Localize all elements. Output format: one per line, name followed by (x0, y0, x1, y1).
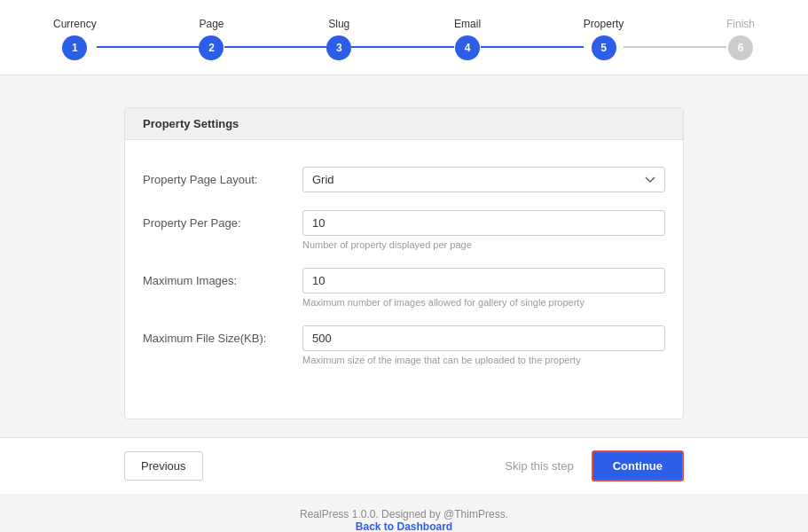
connector-1-2 (97, 46, 200, 48)
max-file-label: Maximum File Size(KB): (143, 325, 302, 345)
max-images-input[interactable] (302, 268, 665, 293)
step-6-circle: 6 (728, 35, 753, 60)
per-page-input[interactable] (302, 210, 665, 236)
continue-button[interactable]: Continue (592, 450, 684, 481)
skip-link[interactable]: Skip this step (505, 459, 573, 473)
max-file-hint: Maximum size of the image that can be up… (302, 355, 665, 365)
step-1: Currency 1 (53, 18, 97, 60)
max-images-row: Maximum Images: Maximum number of images… (143, 268, 665, 308)
max-images-hint: Maximum number of images allowed for gal… (302, 297, 665, 308)
step-3-circle: 3 (326, 35, 351, 60)
max-file-field: Maximum size of the image that can be up… (302, 325, 665, 365)
step-2: Page 2 (199, 18, 224, 60)
step-6: Finish 6 (726, 18, 755, 60)
connector-4-5 (481, 46, 584, 48)
layout-row: Property Page Layout: Grid List Map (143, 167, 665, 192)
connector-2-3 (224, 46, 327, 48)
step-5: Property 5 (584, 18, 624, 60)
property-settings-card: Property Settings Property Page Layout: … (124, 107, 684, 419)
step-5-circle: 5 (592, 35, 616, 60)
layout-select[interactable]: Grid List Map (302, 167, 665, 192)
step-4: Email 4 (454, 18, 481, 60)
step-1-label: Currency (53, 18, 97, 30)
step-2-circle: 2 (199, 35, 224, 60)
per-page-hint: Number of property displayed per page (302, 239, 665, 250)
connector-3-4 (351, 46, 454, 48)
step-4-circle: 4 (455, 35, 480, 60)
step-3-label: Slug (328, 18, 349, 30)
connector-5-6 (624, 46, 726, 48)
max-file-row: Maximum File Size(KB): Maximum size of t… (143, 325, 665, 365)
per-page-field: Number of property displayed per page (302, 210, 665, 250)
layout-label: Property Page Layout: (143, 167, 302, 186)
step-6-label: Finish (726, 18, 755, 30)
card-header: Property Settings (125, 108, 683, 140)
main-content: Property Settings Property Page Layout: … (0, 75, 808, 437)
max-images-label: Maximum Images: (143, 268, 302, 287)
max-file-input[interactable] (302, 325, 665, 351)
step-5-label: Property (584, 18, 624, 30)
max-images-field: Maximum number of images allowed for gal… (302, 268, 665, 308)
per-page-label: Property Per Page: (143, 210, 302, 230)
footer: Previous Skip this step Continue (0, 437, 808, 494)
footer-right: Skip this step Continue (505, 450, 684, 481)
step-4-label: Email (454, 18, 481, 30)
footer-text: RealPress 1.0.0. Designed by @ThimPress. (0, 508, 808, 520)
page-footer: RealPress 1.0.0. Designed by @ThimPress.… (0, 494, 808, 532)
layout-field: Grid List Map (302, 167, 665, 192)
card-body: Property Page Layout: Grid List Map Prop… (125, 140, 683, 419)
back-to-dashboard-link[interactable]: Back to Dashboard (356, 520, 452, 532)
step-3: Slug 3 (326, 18, 351, 60)
card-header-title: Property Settings (143, 117, 239, 130)
previous-button[interactable]: Previous (124, 451, 203, 481)
step-2-label: Page (199, 18, 224, 30)
step-1-circle: 1 (62, 35, 87, 60)
per-page-row: Property Per Page: Number of property di… (143, 210, 665, 250)
stepper-container: Currency 1 Page 2 Slug 3 Email 4 Propert… (0, 0, 808, 75)
stepper: Currency 1 Page 2 Slug 3 Email 4 Propert… (53, 18, 755, 60)
